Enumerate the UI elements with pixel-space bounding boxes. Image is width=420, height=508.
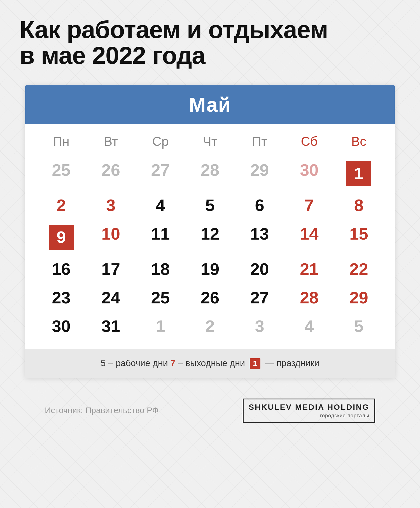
weekday-wed: Ср xyxy=(136,130,185,153)
page-title: Как работаем и отдыхаем в мае 2022 года xyxy=(20,17,400,69)
source-text: Источник: Правительство РФ xyxy=(45,406,158,415)
day-jun-5: 5 xyxy=(334,312,384,341)
legend-holiday-badge: 1 xyxy=(250,358,260,369)
footer: Источник: Правительство РФ SHKULEV MEDIA… xyxy=(20,383,400,437)
day-may-14: 14 xyxy=(284,220,334,255)
brand-sub: городские порталы xyxy=(249,413,369,419)
calendar-header: Май xyxy=(25,85,395,124)
calendar-weekdays: Пн Вт Ср Чт Пт Сб Вс xyxy=(36,130,384,153)
day-apr-29: 29 xyxy=(235,156,284,191)
day-may-20: 20 xyxy=(235,255,284,284)
day-jun-3: 3 xyxy=(235,312,284,341)
day-may-28: 28 xyxy=(284,284,334,312)
day-may-12: 12 xyxy=(185,220,235,255)
day-may-7: 7 xyxy=(284,191,334,220)
day-jun-4: 4 xyxy=(284,312,334,341)
weekday-fri: Пт xyxy=(235,130,284,153)
day-may-13: 13 xyxy=(235,220,284,255)
day-may-10: 10 xyxy=(86,220,136,255)
day-may-4: 4 xyxy=(136,191,185,220)
day-may-30: 30 xyxy=(36,312,86,341)
weekday-mon: Пн xyxy=(36,130,86,153)
day-may-6: 6 xyxy=(235,191,284,220)
day-may-26: 26 xyxy=(185,284,235,312)
day-jun-2: 2 xyxy=(185,312,235,341)
brand-logo: SHKULEV MEDIA HOLDING городские порталы xyxy=(243,397,375,423)
calendar: Май Пн Вт Ср Чт Пт Сб Вс 25 26 27 28 29 xyxy=(25,85,395,378)
day-may-31: 31 xyxy=(86,312,136,341)
calendar-month-title: Май xyxy=(25,93,395,116)
day-may-8: 8 xyxy=(334,191,384,220)
legend: 5 – рабочие дни 7 – выходные дни 1 — пра… xyxy=(25,349,395,378)
day-may-27: 27 xyxy=(235,284,284,312)
day-apr-26: 26 xyxy=(86,156,136,191)
day-may-16: 16 xyxy=(36,255,86,284)
brand-name: SHKULEV MEDIA HOLDING xyxy=(249,403,369,412)
calendar-grid: Пн Вт Ср Чт Пт Сб Вс 25 26 27 28 29 30 1… xyxy=(25,124,395,349)
day-may-22: 22 xyxy=(334,255,384,284)
day-may-29: 29 xyxy=(334,284,384,312)
day-may-15: 15 xyxy=(334,220,384,255)
calendar-days: 25 26 27 28 29 30 1 2 3 4 5 6 7 8 9 10 1… xyxy=(36,156,384,341)
day-may-1: 1 xyxy=(334,156,384,191)
day-may-23: 23 xyxy=(36,284,86,312)
day-may-5: 5 xyxy=(185,191,235,220)
legend-workday: 5 – рабочие дни 7 – выходные дни 1 — пра… xyxy=(101,358,319,369)
day-apr-27: 27 xyxy=(136,156,185,191)
day-may-18: 18 xyxy=(136,255,185,284)
day-may-21: 21 xyxy=(284,255,334,284)
weekday-sat: Сб xyxy=(284,130,334,153)
day-may-11: 11 xyxy=(136,220,185,255)
day-may-24: 24 xyxy=(86,284,136,312)
day-may-19: 19 xyxy=(185,255,235,284)
day-may-2: 2 xyxy=(36,191,86,220)
weekday-tue: Вт xyxy=(86,130,136,153)
weekday-thu: Чт xyxy=(185,130,235,153)
day-may-25: 25 xyxy=(136,284,185,312)
weekday-sun: Вс xyxy=(334,130,384,153)
day-apr-30: 30 xyxy=(284,156,334,191)
day-jun-1: 1 xyxy=(136,312,185,341)
day-may-17: 17 xyxy=(86,255,136,284)
day-may-3: 3 xyxy=(86,191,136,220)
day-apr-25: 25 xyxy=(36,156,86,191)
day-may-9: 9 xyxy=(36,220,86,255)
brand-logo-box: SHKULEV MEDIA HOLDING городские порталы xyxy=(243,399,375,423)
day-apr-28: 28 xyxy=(185,156,235,191)
